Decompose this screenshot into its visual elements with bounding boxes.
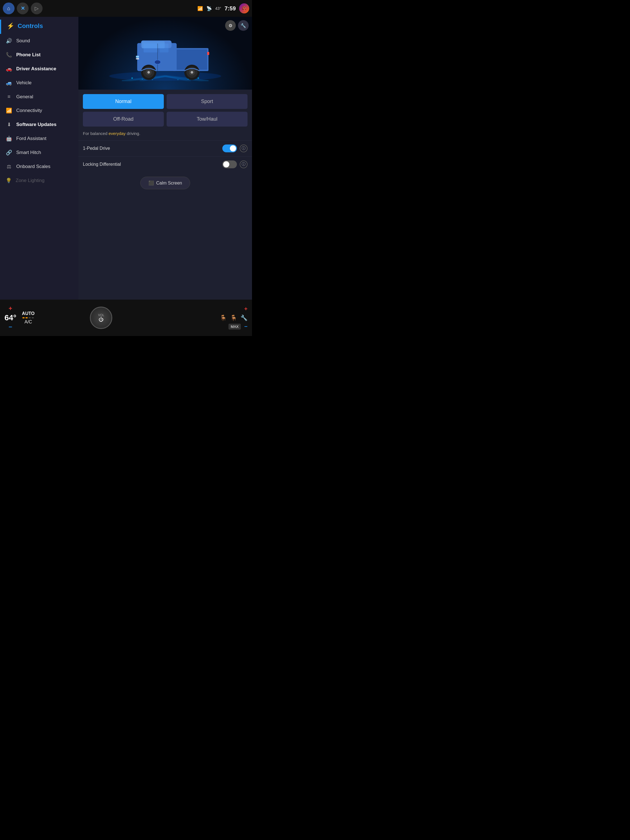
sidebar-item-smart-hitch[interactable]: 🔗 Smart Hitch — [0, 145, 78, 159]
sidebar-item-phone-list[interactable]: 📞 Phone List — [0, 48, 78, 62]
mode-description-suffix: driving. — [126, 131, 141, 136]
volume-knob[interactable]: VOL ⏻ — [90, 306, 112, 329]
heated-seat-icon[interactable]: 🪑 — [220, 314, 227, 321]
main-layout: ⚡ Controls 🔊 Sound 📞 Phone List 🚗 Driver… — [0, 17, 252, 300]
signal-icon: 📡 — [206, 6, 212, 11]
svg-rect-22 — [136, 58, 139, 59]
calm-screen-button[interactable]: ⬛ Calm Screen — [140, 177, 190, 189]
seat-icons: 🪑 🪑 🔧 — [220, 314, 248, 321]
view-icon-button-1[interactable]: ⚙ — [225, 20, 236, 31]
calm-screen-icon: ⬛ — [148, 180, 154, 186]
one-pedal-info-button[interactable]: ⓘ — [240, 144, 248, 152]
one-pedal-drive-row: 1-Pedal Drive ⓘ — [78, 140, 252, 156]
sidebar-item-software-updates[interactable]: ⬇ Software Updates — [0, 118, 78, 132]
toggle-thumb-2 — [223, 161, 229, 167]
sidebar-item-ford-assistant[interactable]: 🤖 Ford Assistant — [0, 132, 78, 145]
locking-differential-info-button[interactable]: ⓘ — [240, 160, 248, 168]
driver-assistance-icon: 🚗 — [6, 66, 12, 72]
sidebar-item-connectivity[interactable]: 📶 Connectivity — [0, 104, 78, 118]
mode-description: For balanced everyday driving. — [78, 131, 252, 140]
svg-point-24 — [155, 60, 161, 65]
auto-label: AUTO — [22, 311, 35, 316]
clock-display: 7:59 — [224, 5, 236, 12]
svg-point-26 — [142, 79, 143, 80]
sidebar: ⚡ Controls 🔊 Sound 📞 Phone List 🚗 Driver… — [0, 17, 78, 300]
avatar[interactable]: 👺 — [239, 3, 249, 13]
sidebar-label-onboard-scales: Onboard Scales — [16, 164, 51, 169]
close-button[interactable]: ✕ — [17, 3, 28, 14]
software-updates-icon: ⬇ — [6, 122, 12, 128]
svg-point-30 — [197, 77, 199, 79]
sidebar-label-sound: Sound — [16, 38, 30, 44]
sidebar-label-smart-hitch: Smart Hitch — [16, 150, 41, 155]
temp-increase-button[interactable]: + — [9, 305, 12, 312]
sidebar-label-driver-assistance: Driver Assistance — [16, 66, 56, 72]
home-icon: ⌂ — [7, 6, 10, 11]
normal-mode-button[interactable]: Normal — [83, 94, 164, 109]
ford-assistant-icon: 🤖 — [6, 136, 12, 142]
media-button[interactable]: ▷ — [31, 3, 43, 14]
sidebar-item-sound[interactable]: 🔊 Sound — [0, 34, 78, 48]
media-icon: ▷ — [35, 5, 39, 11]
sound-icon: 🔊 — [6, 38, 12, 44]
sidebar-label-general: General — [16, 94, 33, 99]
sidebar-item-driver-assistance[interactable]: 🚗 Driver Assistance — [0, 62, 78, 76]
right-plus-button[interactable]: + — [244, 306, 248, 312]
controls-icon: ⚡ — [7, 22, 14, 30]
seat-adjustment-icon[interactable]: 🔧 — [240, 314, 248, 321]
view-icon-button-2[interactable]: 🔧 — [238, 20, 249, 31]
general-icon: ≡ — [6, 94, 12, 99]
temp-decrease-button[interactable]: − — [9, 324, 12, 331]
close-icon: ✕ — [21, 5, 25, 11]
sidebar-header: ⚡ Controls — [0, 20, 78, 34]
vol-label: VOL — [98, 313, 104, 317]
svg-point-16 — [147, 71, 150, 74]
tow-haul-mode-button[interactable]: Tow/Haul — [167, 112, 248, 126]
svg-rect-10 — [144, 43, 158, 52]
svg-point-28 — [177, 79, 178, 81]
zone-lighting-icon: 💡 — [6, 177, 12, 184]
phone-icon: 📞 — [6, 52, 12, 58]
off-road-mode-button[interactable]: Off-Road — [83, 112, 164, 126]
sidebar-item-general[interactable]: ≡ General — [0, 90, 78, 104]
max-label: MAX — [229, 324, 241, 330]
auto-ac-control: AUTO A/C — [22, 311, 35, 325]
view-icons: ⚙ 🔧 — [225, 20, 249, 31]
calm-screen-label: Calm Screen — [156, 181, 182, 186]
top-bar: ⌂ ✕ ▷ 📶 📡 43° 7:59 👺 — [0, 0, 252, 17]
locking-differential-toggle[interactable] — [222, 160, 237, 168]
truck-svg — [98, 25, 232, 81]
one-pedal-drive-toggle[interactable] — [222, 144, 237, 152]
sidebar-label-vehicle: Vehicle — [16, 80, 32, 86]
sidebar-label-connectivity: Connectivity — [16, 108, 42, 114]
one-pedal-drive-label: 1-Pedal Drive — [83, 146, 222, 151]
right-minus-button[interactable]: − — [244, 324, 248, 330]
main-screen: ⌂ ✕ ▷ 📶 📡 43° 7:59 👺 ⚡ Controls 🔊 So — [0, 0, 252, 336]
home-button[interactable]: ⌂ — [3, 3, 14, 14]
svg-point-20 — [191, 71, 193, 74]
ac-dot-2 — [25, 317, 28, 318]
calm-screen-row: ⬛ Calm Screen — [78, 172, 252, 194]
sidebar-item-onboard-scales[interactable]: ⚖ Onboard Scales — [0, 159, 78, 174]
bottom-right-row: MAX − — [229, 324, 248, 330]
sidebar-title: Controls — [17, 22, 43, 30]
mode-description-prefix: For balanced — [83, 131, 109, 136]
top-right-info: 📶 📡 43° 7:59 👺 — [197, 3, 249, 13]
svg-rect-21 — [136, 56, 139, 58]
ac-dot-1 — [22, 317, 25, 318]
ac-label: A/C — [25, 319, 32, 325]
temperature-value: 64° — [5, 313, 16, 322]
sidebar-item-vehicle[interactable]: 🚙 Vehicle — [0, 76, 78, 90]
svg-point-29 — [188, 79, 189, 80]
connectivity-icon: 📶 — [6, 107, 12, 114]
temp-left-control: + 64° − — [5, 305, 16, 331]
ac-dot-3 — [28, 317, 31, 318]
sport-mode-button[interactable]: Sport — [167, 94, 248, 109]
sidebar-item-zone-lighting[interactable]: 💡 Zone Lighting — [0, 174, 78, 188]
svg-point-25 — [131, 77, 133, 79]
drive-modes-grid: Normal Sport Off-Road Tow/Haul — [78, 90, 252, 131]
sidebar-label-software-updates: Software Updates — [16, 122, 57, 127]
svg-rect-23 — [207, 52, 209, 55]
rear-seat-icon[interactable]: 🪑 — [230, 314, 237, 321]
sidebar-label-ford-assistant: Ford Assistant — [16, 136, 46, 141]
